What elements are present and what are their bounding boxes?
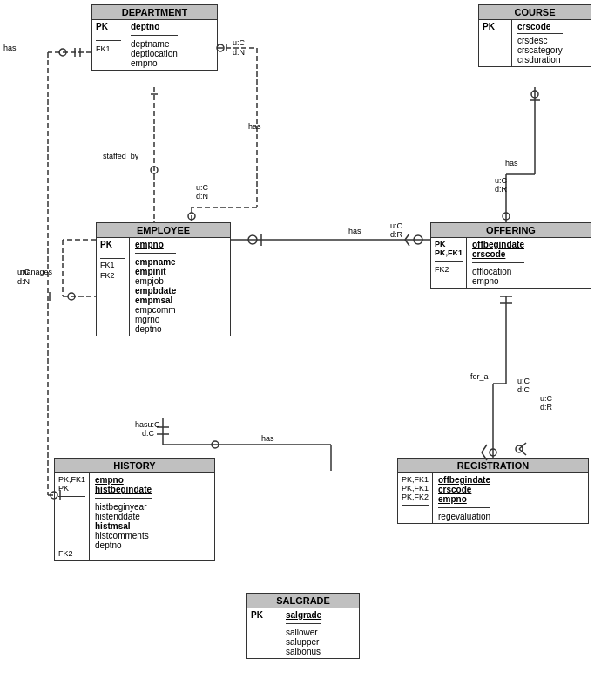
emp-fk1-label: FK1 xyxy=(100,261,125,269)
erd-diagram: COURSE PK crscode crsdesc crscategory cr… xyxy=(0,0,601,700)
svg-text:u:C: u:C xyxy=(390,221,403,230)
svg-point-68 xyxy=(212,441,219,448)
svg-text:d:R: d:R xyxy=(495,185,508,194)
offering-entity: OFFERING PK PK,FK1 FK2 offbegindate crsc… xyxy=(430,222,591,289)
svg-point-29 xyxy=(68,293,75,300)
off-pk1-label: PK xyxy=(435,240,463,248)
course-attr-2: crscategory xyxy=(517,45,563,55)
dept-pk-label: PK xyxy=(96,22,121,31)
dept-attr-1: deptname xyxy=(131,39,178,49)
hist-attr-3: histmsal xyxy=(95,521,152,531)
course-entity: COURSE PK crscode crsdesc crscategory cr… xyxy=(478,4,591,67)
svg-point-2 xyxy=(151,167,158,173)
svg-text:has: has xyxy=(261,434,274,443)
emp-attr-2: empinit xyxy=(135,267,176,276)
hist-attr-1: histbeginyear xyxy=(95,502,152,512)
svg-text:hasu:C: hasu:C xyxy=(135,420,160,429)
hist-attr-2: histenddate xyxy=(95,512,152,521)
svg-text:d:N: d:N xyxy=(233,48,245,57)
svg-text:u:C: u:C xyxy=(233,38,246,47)
reg-pk2-attr: crscode xyxy=(438,485,490,494)
sal-attr-3: salbonus xyxy=(286,647,321,656)
svg-line-36 xyxy=(405,234,409,240)
reg-pk2-label: PK,FK1 xyxy=(402,484,429,493)
svg-point-9 xyxy=(217,44,224,51)
svg-point-19 xyxy=(59,49,66,56)
sal-pk-label: PK xyxy=(251,610,276,620)
dept-attr-2: deptlocation xyxy=(131,49,178,58)
svg-point-8 xyxy=(188,213,195,220)
sal-pk-attr: salgrade xyxy=(286,610,321,620)
svg-text:for_a: for_a xyxy=(470,372,489,381)
department-title: DEPARTMENT xyxy=(92,5,217,20)
course-title: COURSE xyxy=(479,5,591,20)
svg-text:manages: manages xyxy=(20,268,53,276)
emp-fk1-attr: mgrno xyxy=(135,315,176,324)
off-pk2-attr: crscode xyxy=(472,249,524,259)
svg-text:u:C: u:C xyxy=(17,268,30,276)
emp-fk2-attr: deptno xyxy=(135,324,176,334)
sal-attr-2: salupper xyxy=(286,637,321,647)
svg-line-37 xyxy=(405,240,409,246)
offering-title: OFFERING xyxy=(431,223,591,238)
svg-text:d:C: d:C xyxy=(517,385,530,394)
off-fk2-label: FK2 xyxy=(435,265,463,274)
reg-pk1-label: PK,FK1 xyxy=(402,475,429,484)
hist-pk2-attr: histbegindate xyxy=(95,485,152,494)
off-fk2-attr: empno xyxy=(472,276,524,286)
dept-fk1-attr: empno xyxy=(131,58,178,68)
staffed-by-label: staffed_by xyxy=(103,152,139,160)
registration-entity: REGISTRATION PK,FK1 PK,FK1 PK,FK2 offbeg… xyxy=(397,458,589,524)
emp-attr-4: empbdate xyxy=(135,286,176,296)
svg-line-74 xyxy=(519,449,526,455)
emp-attr-3: empjob xyxy=(135,276,176,286)
off-pk1-attr: offbegindate xyxy=(472,240,524,249)
svg-point-72 xyxy=(516,445,523,452)
emp-fk2-label: FK2 xyxy=(100,271,125,280)
svg-text:u:C: u:C xyxy=(540,394,553,403)
svg-text:u:C: u:C xyxy=(196,183,209,192)
hist-pk1-attr: empno xyxy=(95,475,152,485)
course-pk-label: PK xyxy=(483,22,508,31)
svg-text:d:R: d:R xyxy=(390,230,403,239)
department-entity: DEPARTMENT PK FK1 deptno deptname deptlo… xyxy=(91,4,218,71)
emp-pk-attr: empno xyxy=(135,240,176,249)
emp-attr-1: empname xyxy=(135,257,176,267)
off-pk2-label: PK,FK1 xyxy=(435,248,463,257)
svg-point-46 xyxy=(503,213,510,220)
dept-pk-attr: deptno xyxy=(131,22,178,31)
svg-point-53 xyxy=(490,449,496,456)
reg-attr-1: regevaluation xyxy=(438,512,490,521)
svg-point-44 xyxy=(531,91,538,98)
course-attr-1: crsdesc xyxy=(517,36,563,45)
course-pk-attr: crscode xyxy=(517,22,563,31)
salgrade-title: SALGRADE xyxy=(247,594,359,608)
reg-pk3-attr: empno xyxy=(438,494,490,504)
salgrade-entity: SALGRADE PK salgrade sallower salupper s… xyxy=(246,593,360,659)
emp-attr-6: empcomm xyxy=(135,305,176,315)
svg-text:d:R: d:R xyxy=(540,403,553,411)
svg-point-35 xyxy=(414,235,422,244)
svg-text:has: has xyxy=(505,159,518,167)
hist-fk2-label: FK2 xyxy=(58,549,85,558)
svg-text:has: has xyxy=(3,44,17,52)
svg-text:d:N: d:N xyxy=(196,192,208,200)
svg-text:d:C: d:C xyxy=(142,429,155,438)
hist-fk2-attr: deptno xyxy=(95,540,152,550)
course-attr-3: crsduration xyxy=(517,55,563,65)
dept-fk1-label: FK1 xyxy=(96,44,121,53)
svg-text:u:C: u:C xyxy=(495,176,508,185)
history-entity: HISTORY PK,FK1 PK FK2 empno histbegindat… xyxy=(54,458,215,561)
sal-attr-1: sallower xyxy=(286,628,321,637)
employee-entity: EMPLOYEE PK FK1 FK2 empno empname empini… xyxy=(96,222,231,336)
hist-attr-4: histcomments xyxy=(95,531,152,540)
svg-text:has: has xyxy=(348,227,361,235)
reg-pk3-label: PK,FK2 xyxy=(402,493,429,501)
svg-line-73 xyxy=(519,443,526,449)
hist-pk2-label: PK xyxy=(58,484,85,493)
emp-attr-5: empmsal xyxy=(135,296,176,305)
registration-title: REGISTRATION xyxy=(398,459,588,473)
off-attr-1: offlocation xyxy=(472,267,524,276)
svg-point-33 xyxy=(248,235,257,244)
svg-text:u:C: u:C xyxy=(517,377,530,385)
